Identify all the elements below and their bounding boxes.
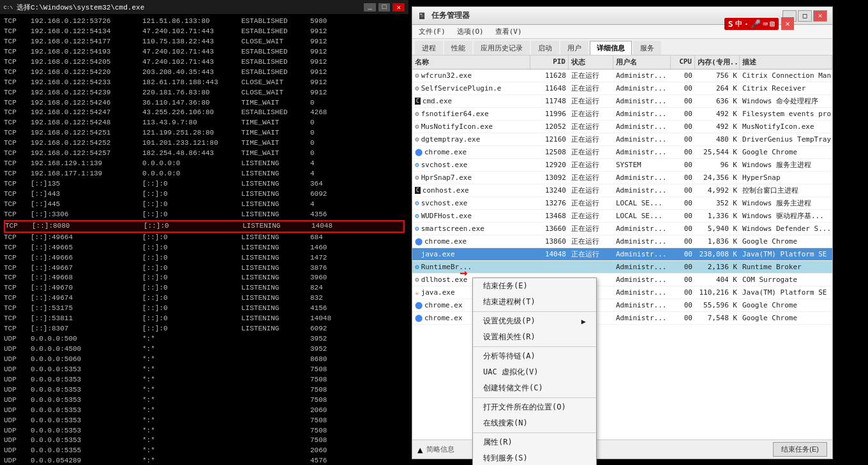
tm-close-btn[interactable]: ✕ xyxy=(781,17,794,30)
proc-mem-cell: 2,136 K xyxy=(695,262,740,272)
col-header-status[interactable]: 状态 xyxy=(569,55,613,69)
cmd-row: TCP[::]:49667[::]:0LISTENING3876 xyxy=(4,263,405,274)
menu-options[interactable]: 选项(O) xyxy=(454,26,486,37)
tab-服务[interactable]: 服务 xyxy=(633,41,661,55)
cmd-minimize[interactable]: _ xyxy=(364,3,376,11)
cmd-process-icon: C xyxy=(415,98,421,105)
proc-status-cell: 正在运行 xyxy=(569,134,613,145)
table-row[interactable]: ⚙ SelfServicePlugin.e 11648 正在运行 Adminis… xyxy=(412,82,832,95)
table-row[interactable]: ⚙ MusNotifyIcon.exe 12052 正在运行 Administr… xyxy=(412,121,832,133)
cmd-row: TCP192.168.0.122:54239220.181.76.83:80CL… xyxy=(4,88,405,98)
ctx-menu-item[interactable]: 设置优先级(P)▶ xyxy=(473,313,596,329)
proc-name-cell: ⚙ RuntimeBr... xyxy=(412,262,530,272)
table-row[interactable]: C cmd.exe 11748 正在运行 Administr... 00 636… xyxy=(412,95,832,108)
col-header-desc[interactable]: 描述 xyxy=(740,55,832,69)
proc-pid-cell: 13468 xyxy=(530,211,569,221)
proc-cpu-cell: 00 xyxy=(671,160,695,170)
proc-cpu-cell: 00 xyxy=(671,109,695,119)
table-row[interactable]: ⚙ svchost.exe 12920 正在运行 SYSTEM 00 96 K … xyxy=(412,159,832,172)
table-row[interactable]: ⬤ chrome.exe 12508 正在运行 Administr... 00 … xyxy=(412,146,832,159)
tm-close-btn2[interactable]: ✕ xyxy=(813,10,827,22)
ctx-menu-item[interactable]: 分析等待链(A) xyxy=(473,348,596,364)
s-icon: S xyxy=(728,19,733,29)
table-row[interactable]: ⚙ smartscreen.exe 13660 正在运行 Administr..… xyxy=(412,223,832,235)
sys-process-icon: ⚙ xyxy=(415,212,419,220)
proc-cpu-cell: 00 xyxy=(671,71,695,80)
proc-cpu-cell: 00 xyxy=(671,288,695,297)
proc-mem-cell: 25,544 K xyxy=(695,147,740,157)
proc-pid-cell: 13276 xyxy=(530,198,569,208)
table-row[interactable]: ⚙ HprSnap7.exe 13092 正在运行 Administr... 0… xyxy=(412,172,832,184)
cmd-maximize[interactable]: □ xyxy=(378,3,391,11)
ctx-menu-item[interactable]: 设置相关性(R) xyxy=(473,329,596,345)
tab-性能[interactable]: 性能 xyxy=(444,41,472,55)
table-row[interactable]: ⚙ wfcrun32.exe 11628 正在运行 Administr... 0… xyxy=(412,70,832,82)
ctx-menu-item[interactable]: 转到服务(S) xyxy=(473,450,596,465)
proc-pid-cell: 11628 xyxy=(530,71,569,80)
ctx-menu-item[interactable]: 属性(R) xyxy=(473,434,596,450)
proc-desc-cell: Runtime Broker xyxy=(740,262,832,272)
ctx-menu-item[interactable]: 在线搜索(N) xyxy=(473,415,596,431)
gear-process-icon: ⚙ xyxy=(415,173,419,182)
col-header-cpu[interactable]: CPU xyxy=(671,55,695,69)
proc-desc-cell: Java(TM) Platform SE ... xyxy=(740,288,832,297)
cmd-close[interactable]: ✕ xyxy=(393,3,405,11)
tab-用户[interactable]: 用户 xyxy=(560,41,588,55)
gear-process-icon: ⚙ xyxy=(415,122,419,131)
ctx-menu-item[interactable]: 创建转储文件(C) xyxy=(473,380,596,396)
cmd-row: TCP192.168.0.122:54257182.254.48.86:443T… xyxy=(4,149,405,159)
tab-详细信息[interactable]: 详细信息 xyxy=(590,41,632,55)
proc-mem-cell: 636 K xyxy=(695,96,740,106)
proc-cpu-cell: 00 xyxy=(671,186,695,195)
proc-cpu-cell: 00 xyxy=(671,224,695,233)
proc-desc-cell: Java(TM) Platform SE ... xyxy=(740,249,832,259)
ctx-menu-item[interactable]: 结束任务(E) xyxy=(473,278,596,294)
proc-desc-cell: 控制台窗口主进程 xyxy=(740,185,832,196)
proc-pid-cell: 11996 xyxy=(530,109,569,119)
proc-user-cell: LOCAL SE... xyxy=(613,198,671,208)
proc-pid-cell: 13240 xyxy=(530,186,569,195)
proc-pid-cell: 12508 xyxy=(530,147,569,157)
ctx-menu-item[interactable]: 结束进程树(T) xyxy=(473,294,596,310)
tab-进程[interactable]: 进程 xyxy=(415,41,443,55)
tab-启动[interactable]: 启动 xyxy=(531,41,559,55)
col-header-mem[interactable]: 内存(专用... xyxy=(695,55,740,69)
cmd-row: TCP192.168.0.122:54220203.208.40.35:443E… xyxy=(4,68,405,78)
cmd-row: UDP0.0.0.0:5353*:*7508 xyxy=(4,395,405,406)
cmd-row: TCP192.168.0.122:53726121.51.86.133:80ES… xyxy=(4,17,405,27)
table-row[interactable]: C conhost.exe 13240 正在运行 Administr... 00… xyxy=(412,184,832,197)
col-header-name[interactable]: 名称 xyxy=(412,55,530,69)
table-row[interactable]: ⚙ fsnotifier64.exe 11996 正在运行 Administr.… xyxy=(412,108,832,121)
table-row[interactable]: ⚙ RuntimeBr... Administr... 00 2,136 K R… xyxy=(412,261,832,274)
table-row[interactable]: ☕ java.exe 14048 正在运行 Administr... 00 23… xyxy=(412,248,832,261)
table-row[interactable]: ⚙ svchost.exe 13276 正在运行 LOCAL SE... 00 … xyxy=(412,197,832,210)
menu-view[interactable]: 查看(V) xyxy=(493,26,525,37)
menu-file[interactable]: 文件(F) xyxy=(416,26,448,37)
ctx-menu-item[interactable]: 打开文件所在的位置(O) xyxy=(473,399,596,415)
table-row[interactable]: ⚙ dgtemptray.exe 12160 正在运行 Administr...… xyxy=(412,133,832,146)
proc-mem-cell: 492 K xyxy=(695,122,740,131)
table-row[interactable]: ⬤ chrome.exe 13860 正在运行 Administr... 00 … xyxy=(412,235,832,248)
proc-name-cell: ⚙ smartscreen.exe xyxy=(412,224,530,233)
cmd-row: UDP0.0.0.0:5353*:*2060 xyxy=(4,406,405,416)
mic-icon: 🎤 xyxy=(751,19,761,29)
tm-maximize-btn[interactable]: □ xyxy=(798,10,812,22)
table-row[interactable]: ⚙ WUDFHost.exe 13468 正在运行 LOCAL SE... 00… xyxy=(412,210,832,223)
proc-status-cell: 正在运行 xyxy=(569,83,613,94)
proc-desc-cell: Google Chrome xyxy=(740,300,832,310)
end-task-button[interactable]: 结束任务(E) xyxy=(773,442,827,457)
col-header-user[interactable]: 用户名 xyxy=(613,55,671,69)
proc-user-cell: Administr... xyxy=(613,135,671,144)
zh-icon: 中 xyxy=(735,19,742,29)
proc-user-cell: Administr... xyxy=(613,237,671,246)
ctx-menu-item[interactable]: UAC 虚拟化(V) xyxy=(473,364,596,380)
cmd-row: UDP0.0.0.0:5353*:*7508 xyxy=(4,375,405,385)
java-process-icon: ☕ xyxy=(415,250,419,258)
summary-label: 简略信息 xyxy=(426,445,454,454)
col-header-pid[interactable]: PID xyxy=(530,55,569,69)
proc-cpu-cell: 00 xyxy=(671,147,695,157)
proc-mem-cell: 352 K xyxy=(695,198,740,208)
cmd-titlebar: C:\ 选择C:\Windows\system32\cmd.exe _ □ ✕ xyxy=(0,0,408,14)
proc-mem-cell: 1,836 K xyxy=(695,237,740,246)
tab-应用历史记录[interactable]: 应用历史记录 xyxy=(474,41,530,55)
